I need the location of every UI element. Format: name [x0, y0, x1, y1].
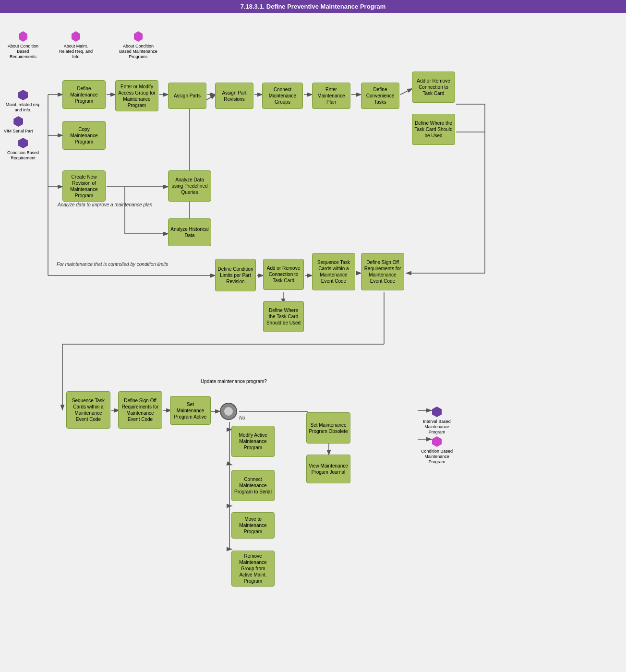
- define-signoff-bot-box[interactable]: Define Sign Off Requirements for Mainten…: [118, 391, 162, 429]
- icon-vim-serial[interactable]: VIM Serial Part: [4, 116, 33, 134]
- icon-label-maint-related: Maint. related req. and info.: [4, 102, 42, 113]
- icon-cond-based-mp[interactable]: Condition Based Maintenance Program: [418, 436, 456, 464]
- purple-icon-cond: [18, 138, 28, 148]
- seq-task-bot-box[interactable]: Sequence Task Cards within a Maintenance…: [66, 391, 110, 429]
- copy-mp-box[interactable]: Copy Maintenance Program: [62, 121, 106, 150]
- analyze-predefined-box[interactable]: Analyze Data using Predefined Queries: [168, 170, 211, 202]
- title-bar: 7.18.3.1. Define Preventive Maintenance …: [0, 0, 626, 13]
- decision-inner: [223, 406, 234, 417]
- icon-about-maint[interactable]: About Maint. Related Req. and Info: [57, 31, 95, 59]
- exclaim-icon-maint: [72, 31, 80, 42]
- icon-about-cbr[interactable]: About Condition Based Requirements: [4, 31, 42, 59]
- move-to-mp-box[interactable]: Move to Maintenance Program: [231, 512, 275, 539]
- seq-task-mid-box[interactable]: Sequence Task Cards within a Maintenance…: [312, 253, 355, 290]
- decision-circle: [220, 403, 237, 420]
- define-signoff-mid-box[interactable]: Define Sign Off Requirements for Mainten…: [361, 253, 404, 290]
- connect-mp-serial-box[interactable]: Connect Maintenance Program to Serial: [231, 470, 275, 501]
- svg-line-6: [400, 88, 413, 95]
- analyze-label: Analyze data to improve a maintenance pl…: [58, 202, 152, 207]
- icon-label-interval: Interval Based Maintenance Program: [418, 419, 456, 434]
- define-where-top-box[interactable]: Define Where the Task Card Should be Use…: [412, 114, 455, 145]
- enter-maint-plan-box[interactable]: Enter Maintenance Plan: [312, 83, 350, 109]
- enter-modify-box[interactable]: Enter or Modify Access Group for Mainten…: [115, 80, 158, 111]
- modify-active-box[interactable]: Modify Active Maintenance Program: [231, 426, 275, 457]
- set-mp-active-box[interactable]: Set Maintenance Program Active: [170, 396, 211, 425]
- update-label: Update maintenance program?: [201, 379, 267, 384]
- purple-icon-cbmp: [432, 436, 442, 447]
- icon-label-cbmp-bot: Condition Based Maintenance Program: [418, 449, 456, 464]
- define-cond-limits-box[interactable]: Define Condition Limits per Part Revisio…: [215, 259, 256, 291]
- purple-icon-vim: [13, 116, 23, 127]
- icon-label-cond: Condition Based Requirement: [4, 150, 42, 161]
- icon-cond-based-req[interactable]: Condition Based Requirement: [4, 138, 42, 161]
- purple-icon-interval: [432, 407, 442, 417]
- icon-label-maint: About Maint. Related Req. and Info: [57, 44, 95, 59]
- define-mp-box[interactable]: Define Maintenance Program: [62, 80, 106, 109]
- icon-label-cbr: About Condition Based Requirements: [4, 44, 42, 59]
- set-obsolete-box[interactable]: Set Maintenance Program Obsolete: [306, 412, 350, 444]
- page-title: 7.18.3.1. Define Preventive Maintenance …: [241, 3, 386, 10]
- remove-maint-box[interactable]: Remove Maintenance Group from Active Mai…: [231, 551, 275, 587]
- analyze-historical-box[interactable]: Analyze Historical Data: [168, 218, 211, 246]
- add-remove-top-box[interactable]: Add or Remove Connection to Task Card: [412, 72, 455, 103]
- no-label: No: [239, 415, 245, 420]
- condition-label: For maintenance that is controlled by co…: [57, 262, 168, 267]
- icon-label-vim: VIM Serial Part: [4, 129, 33, 134]
- purple-icon-maint: [18, 90, 28, 100]
- exclaim-icon-cbmp: [134, 31, 143, 42]
- define-conv-tasks-box[interactable]: Define Convenience Tasks: [361, 83, 399, 109]
- icon-about-cbmp[interactable]: About Condition Based Maintenance Progra…: [119, 31, 157, 59]
- icon-label-cbmp: About Condition Based Maintenance Progra…: [119, 44, 157, 59]
- icon-interval-based[interactable]: Interval Based Maintenance Program: [418, 407, 456, 434]
- define-where-mid-box[interactable]: Define Where the Task Card Should be Use…: [263, 301, 304, 332]
- create-new-rev-box[interactable]: Create New Revision of Maintenance Progr…: [62, 170, 106, 202]
- assign-parts-box[interactable]: Assign Parts: [168, 83, 206, 109]
- svg-line-39: [229, 464, 232, 465]
- assign-part-rev-box[interactable]: Assign Part Revisions: [215, 83, 253, 109]
- connect-maint-groups-box[interactable]: Connect Maintenance Groups: [262, 83, 303, 109]
- add-remove-mid-box[interactable]: Add or Remove Connection to Task Card: [263, 259, 304, 290]
- exclaim-icon-cbr: [19, 31, 27, 42]
- arrows-svg: [0, 13, 626, 671]
- diagram-area: About Condition Based Requirements About…: [0, 13, 626, 671]
- page-container: 7.18.3.1. Define Preventive Maintenance …: [0, 0, 626, 672]
- view-journal-box[interactable]: View Maintenance Progam Journal: [306, 455, 350, 483]
- icon-maint-related[interactable]: Maint. related req. and info.: [4, 90, 42, 113]
